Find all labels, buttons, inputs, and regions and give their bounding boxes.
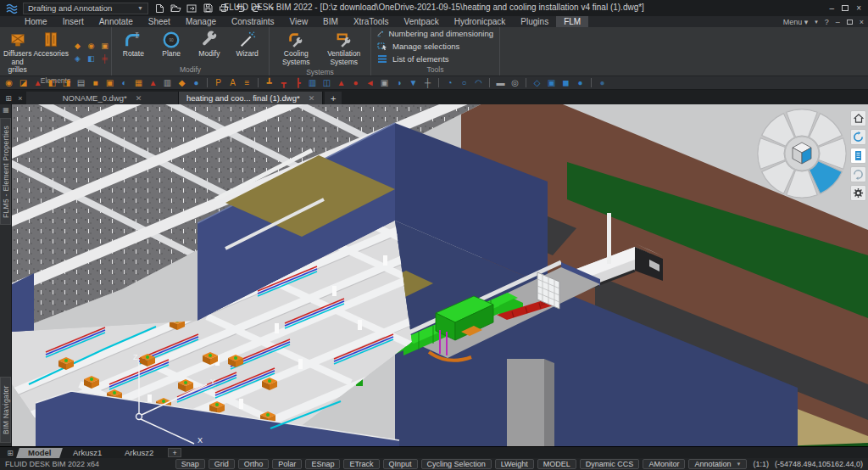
- save-button[interactable]: [201, 3, 214, 14]
- toolbar-icon[interactable]: ◄: [364, 77, 376, 88]
- toolbar-icon[interactable]: [258, 78, 259, 87]
- new-file-button[interactable]: [153, 3, 166, 14]
- annotation-dropdown[interactable]: Annotation▼: [688, 459, 747, 469]
- toolbar-icon[interactable]: ┣: [292, 77, 303, 88]
- app-logo-icon[interactable]: [4, 2, 19, 14]
- ribbon-tab[interactable]: Annotate: [92, 16, 141, 27]
- document-tab-noname[interactable]: NONAME_0.dwg*✕: [26, 92, 179, 104]
- pan-button[interactable]: [850, 148, 866, 164]
- element-tool-icon[interactable]: ◧: [85, 53, 97, 64]
- ribbon-tab[interactable]: Constraints: [224, 16, 282, 27]
- ribbon-tab[interactable]: Manage: [178, 16, 224, 27]
- toolbar-icon[interactable]: ┼: [422, 77, 433, 88]
- accesories-button[interactable]: Accesories: [32, 29, 70, 76]
- numbering-and-dimensioning-button[interactable]: Numbering and dimensioning: [375, 27, 496, 39]
- open-file-button[interactable]: [169, 3, 182, 14]
- toolbar-icon[interactable]: ◪: [18, 77, 29, 88]
- toolbar-icon[interactable]: ▼: [408, 77, 419, 88]
- ribbon-tab[interactable]: FLM: [556, 16, 588, 27]
- orbit-button[interactable]: [850, 129, 866, 145]
- element-tool-icon[interactable]: ◆: [71, 40, 84, 52]
- gear-icon[interactable]: [850, 185, 866, 201]
- toolbar-icon[interactable]: ■: [90, 77, 101, 88]
- toolbar-icon[interactable]: ●: [575, 77, 586, 88]
- ribbon-tab[interactable]: Sheet: [141, 16, 178, 27]
- restore-button[interactable]: [842, 5, 849, 11]
- plane-button[interactable]: 90 Plane: [153, 29, 191, 64]
- status-toggle[interactable]: ETrack: [343, 459, 379, 469]
- toolbar-icon[interactable]: ▲: [32, 77, 43, 88]
- doc-restore-button[interactable]: [847, 20, 853, 25]
- status-toggle[interactable]: Dynamic CCS: [580, 459, 640, 469]
- status-toggle[interactable]: LWeight: [495, 459, 534, 469]
- import-button[interactable]: [185, 3, 198, 14]
- toolbar-icon[interactable]: ▥: [307, 77, 318, 88]
- toolbar-icon[interactable]: ●: [350, 77, 361, 88]
- drawing-viewport[interactable]: Z Y X: [12, 104, 868, 446]
- toolbar-icon[interactable]: ◇: [531, 77, 542, 88]
- close-icon[interactable]: ✕: [136, 94, 142, 103]
- toolbar-icon[interactable]: ┳: [278, 77, 289, 88]
- status-toggle[interactable]: Snap: [175, 459, 205, 469]
- list-of-elements-button[interactable]: List of elements: [375, 53, 496, 64]
- bim-navigator-panel-tab[interactable]: BIM Navigator: [0, 377, 11, 443]
- status-toggle[interactable]: Grid: [209, 459, 235, 469]
- element-tool-icon[interactable]: ◉: [85, 40, 97, 52]
- toolbar-icon[interactable]: ▣: [379, 77, 390, 88]
- element-tool-icon[interactable]: ◈: [71, 53, 84, 64]
- toolbar-icon[interactable]: ◐: [119, 77, 130, 88]
- toolbar-icon[interactable]: ◎: [509, 77, 520, 88]
- workspace-selector[interactable]: Drafting and Annotation ▼: [23, 3, 148, 14]
- doc-close-button[interactable]: ×: [860, 18, 864, 26]
- manage-selections-button[interactable]: Manage selections: [375, 40, 496, 52]
- status-toggle[interactable]: MODEL: [537, 459, 576, 469]
- toolbar-icon[interactable]: ◔: [444, 77, 455, 88]
- toolbar-icon[interactable]: [489, 78, 490, 87]
- toolbar-icon[interactable]: ▲: [147, 77, 159, 88]
- element-tool-icon[interactable]: ╪: [98, 53, 111, 64]
- viewcube[interactable]: [757, 109, 847, 199]
- wizard-button[interactable]: Wizard: [228, 29, 266, 64]
- status-toggle[interactable]: QInput: [383, 459, 418, 469]
- ribbon-tab[interactable]: XtraTools: [346, 16, 397, 27]
- palette-icon[interactable]: ▦: [1, 106, 11, 114]
- rotate-button[interactable]: Rotate: [114, 29, 153, 64]
- zoom-extents-button[interactable]: [850, 166, 866, 182]
- status-toggle[interactable]: AMonitor: [643, 459, 685, 469]
- toolbar-icon[interactable]: ▣: [546, 77, 557, 88]
- toolbar-icon[interactable]: ◆: [176, 77, 187, 88]
- toolbar-icon[interactable]: [526, 78, 526, 87]
- toolbar-icon[interactable]: ≡: [242, 77, 253, 88]
- toolbar-icon[interactable]: ◉: [3, 77, 14, 88]
- modify-button[interactable]: Modify: [191, 29, 229, 64]
- layout-tab[interactable]: Arkusz1: [62, 448, 114, 458]
- status-toggle[interactable]: Ortho: [238, 459, 270, 469]
- toolbar-icon[interactable]: ▬: [495, 77, 506, 88]
- new-tab-button[interactable]: +: [325, 92, 342, 104]
- layout-list-icon[interactable]: ⊞: [3, 449, 17, 457]
- element-properties-panel-tab[interactable]: FLM5 - Element Properties: [0, 118, 11, 225]
- toolbar-icon[interactable]: ▤: [75, 77, 86, 88]
- ribbon-tab[interactable]: Plugins: [513, 16, 556, 27]
- home-view-button[interactable]: [850, 110, 866, 126]
- element-tool-icon[interactable]: ▣: [98, 40, 111, 52]
- toolbar-icon[interactable]: P: [213, 77, 224, 88]
- ribbon-tab[interactable]: Home: [17, 16, 55, 27]
- status-toggle[interactable]: Polar: [272, 459, 302, 469]
- document-tab-heating-cooling[interactable]: heating and coo... final (1).dwg*✕: [179, 92, 323, 104]
- help-button[interactable]: ?: [825, 18, 829, 26]
- diffusers-and-grilles-button[interactable]: Diffusers and grilles: [3, 29, 32, 76]
- ribbon-tab[interactable]: Insert: [55, 16, 92, 27]
- layout-tab[interactable]: Arkusz2: [113, 448, 165, 458]
- toolbar-icon[interactable]: [438, 78, 439, 87]
- toolbar-icon[interactable]: ┻: [264, 77, 275, 88]
- toolbar-icon[interactable]: ●: [191, 77, 202, 88]
- minimize-button[interactable]: –: [830, 3, 835, 13]
- toolbar-icon[interactable]: ●: [597, 77, 608, 88]
- toolbar-icon[interactable]: ◑: [393, 77, 404, 88]
- ribbon-tab[interactable]: Ventpack: [397, 16, 447, 27]
- menu-dropdown[interactable]: Menu ▾: [783, 18, 809, 26]
- toolbar-icon[interactable]: ▣: [104, 77, 115, 88]
- toolbar-icon[interactable]: ◫: [321, 77, 332, 88]
- status-toggle[interactable]: Cycling Selection: [421, 459, 492, 469]
